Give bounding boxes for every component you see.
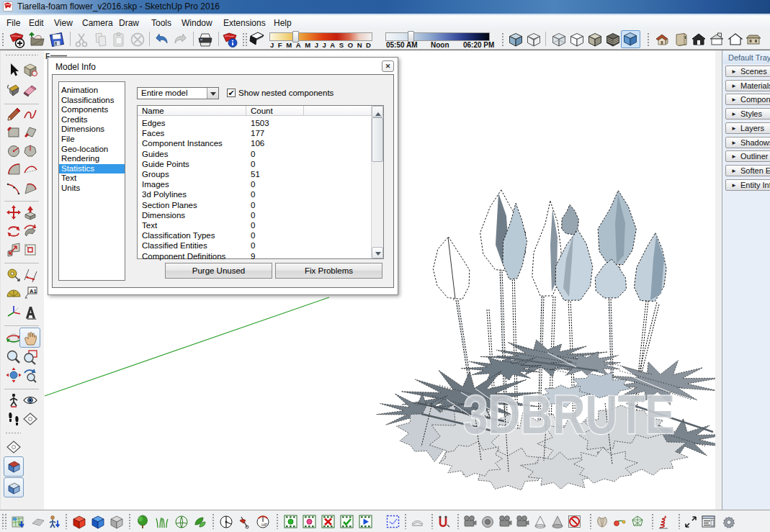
svg-text:3DBRUTE: 3DBRUTE bbox=[463, 384, 675, 445]
svg-text:A1: A1 bbox=[30, 288, 37, 294]
svg-text:HP: HP bbox=[261, 523, 267, 527]
